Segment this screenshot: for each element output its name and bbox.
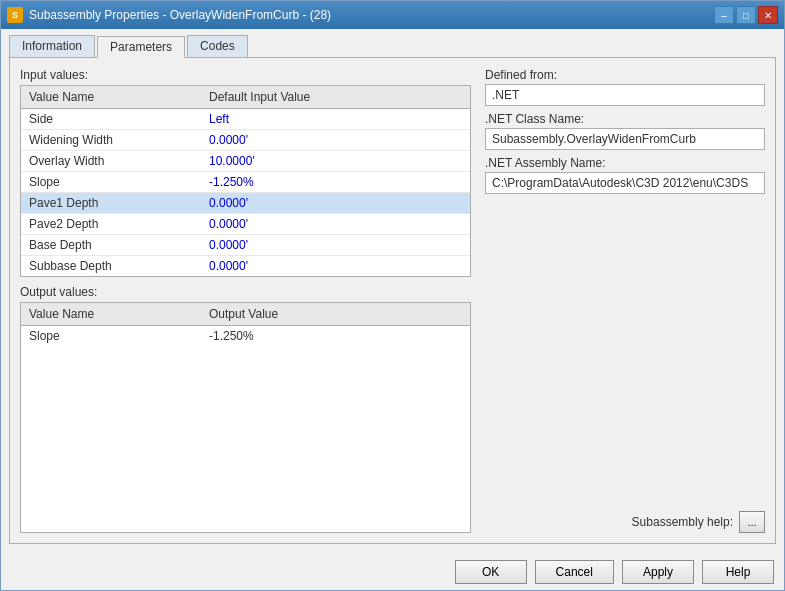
table-row[interactable]: Pave1 Depth 0.0000' xyxy=(21,193,470,214)
defined-from-input[interactable] xyxy=(485,84,765,106)
apply-button[interactable]: Apply xyxy=(622,560,694,584)
help-button[interactable]: Help xyxy=(702,560,774,584)
row-value: -1.250% xyxy=(201,172,470,192)
row-name: Slope xyxy=(21,326,201,346)
table-row[interactable]: Side Left xyxy=(21,109,470,130)
subassembly-help-row: Subassembly help: ... xyxy=(485,505,765,533)
row-value: 0.0000' xyxy=(201,130,470,150)
right-panel: Defined from: .NET Class Name: .NET Asse… xyxy=(485,68,765,533)
row-value: 10.0000' xyxy=(201,151,470,171)
input-section: Input values: Value Name Default Input V… xyxy=(20,68,471,277)
input-col-value: Default Input Value xyxy=(201,86,470,108)
output-table: Value Name Output Value Slope -1.250% xyxy=(20,302,471,533)
content-area: Information Parameters Codes Input value… xyxy=(1,29,784,552)
tab-parameters[interactable]: Parameters xyxy=(97,36,185,58)
subassembly-help-button[interactable]: ... xyxy=(739,511,765,533)
row-name: Pave2 Depth xyxy=(21,214,201,234)
output-col-name: Value Name xyxy=(21,303,201,325)
table-row[interactable]: Slope -1.250% xyxy=(21,326,470,346)
row-name: Side xyxy=(21,109,201,129)
input-col-name: Value Name xyxy=(21,86,201,108)
table-row[interactable]: Subbase Depth 0.0000' xyxy=(21,256,470,276)
row-name: Widening Width xyxy=(21,130,201,150)
row-value: -1.250% xyxy=(201,326,470,346)
ok-button[interactable]: OK xyxy=(455,560,527,584)
output-col-value: Output Value xyxy=(201,303,470,325)
net-class-group: .NET Class Name: xyxy=(485,112,765,150)
tab-information[interactable]: Information xyxy=(9,35,95,57)
table-row[interactable]: Pave2 Depth 0.0000' xyxy=(21,214,470,235)
svg-text:S: S xyxy=(12,10,18,20)
input-section-label: Input values: xyxy=(20,68,471,82)
defined-from-label: Defined from: xyxy=(485,68,765,82)
title-bar-buttons: – □ ✕ xyxy=(714,6,778,24)
table-row[interactable]: Base Depth 0.0000' xyxy=(21,235,470,256)
tab-codes[interactable]: Codes xyxy=(187,35,248,57)
main-panel: Input values: Value Name Default Input V… xyxy=(9,57,776,544)
input-table-header: Value Name Default Input Value xyxy=(21,86,470,109)
subassembly-help-label: Subassembly help: xyxy=(632,515,733,529)
table-row[interactable]: Widening Width 0.0000' xyxy=(21,130,470,151)
minimize-button[interactable]: – xyxy=(714,6,734,24)
main-window: S Subassembly Properties - OverlayWidenF… xyxy=(0,0,785,591)
bottom-bar: OK Cancel Apply Help xyxy=(1,552,784,590)
row-value: 0.0000' xyxy=(201,256,470,276)
window-title: Subassembly Properties - OverlayWidenFro… xyxy=(29,8,331,22)
net-class-input[interactable] xyxy=(485,128,765,150)
defined-from-group: Defined from: xyxy=(485,68,765,106)
net-class-label: .NET Class Name: xyxy=(485,112,765,126)
table-row[interactable]: Overlay Width 10.0000' xyxy=(21,151,470,172)
net-assembly-label: .NET Assembly Name: xyxy=(485,156,765,170)
row-name: Base Depth xyxy=(21,235,201,255)
row-name: Slope xyxy=(21,172,201,192)
row-name: Overlay Width xyxy=(21,151,201,171)
cancel-button[interactable]: Cancel xyxy=(535,560,614,584)
title-bar: S Subassembly Properties - OverlayWidenF… xyxy=(1,1,784,29)
net-assembly-group: .NET Assembly Name: xyxy=(485,156,765,194)
row-value: Left xyxy=(201,109,470,129)
row-name: Subbase Depth xyxy=(21,256,201,276)
title-bar-left: S Subassembly Properties - OverlayWidenF… xyxy=(7,7,331,23)
app-icon: S xyxy=(7,7,23,23)
maximize-button[interactable]: □ xyxy=(736,6,756,24)
output-table-header: Value Name Output Value xyxy=(21,303,470,326)
table-row[interactable]: Slope -1.250% xyxy=(21,172,470,193)
row-value: 0.0000' xyxy=(201,235,470,255)
input-table: Value Name Default Input Value Side Left… xyxy=(20,85,471,277)
net-assembly-input[interactable] xyxy=(485,172,765,194)
row-value: 0.0000' xyxy=(201,193,470,213)
close-button[interactable]: ✕ xyxy=(758,6,778,24)
output-section: Output values: Value Name Output Value S… xyxy=(20,285,471,533)
row-value: 0.0000' xyxy=(201,214,470,234)
row-name: Pave1 Depth xyxy=(21,193,201,213)
tab-bar: Information Parameters Codes xyxy=(9,35,776,57)
output-section-label: Output values: xyxy=(20,285,471,299)
left-panel: Input values: Value Name Default Input V… xyxy=(20,68,471,533)
